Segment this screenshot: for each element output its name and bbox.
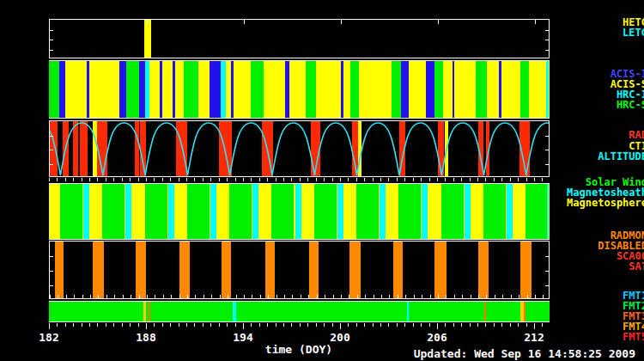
interval-instruments-hrc-s	[476, 61, 487, 118]
interval-radmon-radmon-disabled	[93, 242, 104, 298]
interval-solar-wind-regions-magnetosheath	[252, 184, 258, 239]
x-tick-minor	[470, 323, 471, 327]
interval-instruments-acis-i	[341, 61, 343, 118]
interval-radmon-radmon-disabled	[222, 242, 231, 298]
interval-radmon-radmon-disabled	[265, 242, 275, 298]
x-tick-minor	[534, 178, 535, 181]
interval-instruments-acis-i	[59, 61, 65, 118]
x-tick-minor	[477, 323, 478, 327]
x-tick-minor	[438, 295, 439, 298]
y-tick	[50, 285, 53, 286]
x-tick-minor	[324, 323, 325, 327]
interval-solar-wind-regions-magnetosheath	[83, 184, 89, 239]
x-tick-minor	[267, 178, 268, 181]
x-tick-minor	[307, 178, 308, 181]
x-tick-minor	[364, 178, 365, 181]
x-tick-minor	[122, 323, 123, 327]
x-tick-minor	[502, 295, 503, 298]
x-tick-minor	[518, 323, 519, 327]
x-tick-minor	[186, 178, 187, 181]
y-tick	[50, 256, 53, 257]
x-tick-minor	[179, 323, 179, 327]
interval-solar-wind-regions-solar-wind	[356, 184, 379, 239]
x-tick-minor	[316, 323, 317, 327]
interval-instruments-hrc-s	[520, 61, 529, 118]
x-tick-major	[534, 323, 535, 329]
x-tick-minor	[429, 323, 430, 327]
x-tick-major	[437, 323, 438, 329]
x-tick-minor	[356, 178, 357, 181]
x-tick-minor	[494, 323, 495, 327]
x-tick-minor	[65, 323, 66, 327]
x-tick-minor	[413, 178, 414, 181]
x-tick-minor	[82, 178, 82, 181]
x-tick-minor	[349, 295, 349, 298]
x-tick-minor	[461, 323, 462, 327]
x-tick-minor	[139, 295, 140, 298]
x-tick-minor	[477, 178, 478, 181]
x-tick-minor	[356, 323, 357, 327]
interval-instruments-acis-i	[160, 61, 162, 118]
x-tick-minor	[300, 323, 301, 327]
x-tick-minor	[49, 178, 50, 181]
x-tick-minor	[307, 323, 308, 327]
interval-instruments-acis-i	[139, 61, 145, 118]
updated-timestamp: Updated: Wed Sep 16 14:58:25 2009	[414, 348, 635, 359]
x-tick-minor	[518, 178, 519, 181]
y-tick	[50, 30, 53, 31]
x-tick-minor	[316, 178, 317, 181]
x-tick-major	[340, 323, 341, 329]
interval-radmon-radmon-disabled	[434, 242, 447, 298]
x-axis-tick-label: 188	[136, 332, 155, 343]
x-tick-minor	[106, 295, 107, 298]
label-altitude: ALTITUDE	[598, 151, 644, 162]
x-tick-minor	[404, 178, 405, 181]
x-tick-minor	[210, 178, 211, 181]
altitude-curve	[50, 121, 550, 176]
x-tick-minor	[301, 295, 301, 298]
x-tick-minor	[453, 178, 454, 181]
interval-radmon-radmon-disabled	[349, 242, 361, 298]
x-tick-minor	[251, 323, 252, 327]
y-tick	[50, 40, 53, 40]
x-tick-minor	[526, 178, 527, 181]
x-tick-minor	[220, 295, 221, 298]
interval-instruments-hrc-s	[126, 61, 139, 118]
interval-radmon-radmon-disabled	[55, 242, 64, 298]
x-tick-minor	[138, 323, 139, 327]
interval-solar-wind-regions-magnetosheath	[422, 184, 428, 239]
x-tick-minor	[97, 178, 98, 181]
x-tick-minor	[485, 178, 486, 181]
interval-solar-wind-regions-magnetosheath	[210, 184, 216, 239]
interval-fmt-fmt4	[143, 302, 146, 321]
x-tick-minor	[348, 178, 349, 181]
x-tick-minor	[162, 178, 163, 181]
interval-instruments-acis-i	[285, 61, 289, 118]
label-hrc-s: HRC-S	[617, 100, 644, 110]
x-tick-major	[147, 20, 148, 24]
y-tick	[50, 136, 53, 137]
interval-instruments-acis-i	[210, 61, 221, 118]
x-tick-minor	[113, 323, 114, 327]
x-tick-minor	[267, 323, 268, 327]
x-tick-minor	[381, 295, 382, 298]
x-tick-minor	[357, 295, 358, 298]
x-axis-title: time (DOY)	[265, 344, 332, 355]
altitude-curve-path	[50, 123, 550, 175]
x-tick-minor	[106, 178, 106, 181]
x-tick-minor	[195, 295, 196, 298]
interval-solar-wind-regions-solar-wind	[271, 184, 294, 239]
x-tick-minor	[397, 323, 398, 327]
interval-instruments-hrc-s	[434, 61, 443, 118]
x-tick-minor	[543, 295, 544, 298]
x-tick-minor	[437, 178, 438, 181]
x-tick-minor	[422, 295, 422, 298]
y-tick	[545, 164, 549, 165]
interval-solar-wind-regions-solar-wind	[526, 184, 548, 239]
x-tick-minor	[300, 178, 301, 181]
x-tick-minor	[268, 295, 269, 298]
x-tick-major	[243, 323, 244, 329]
interval-radmon-radmon-disabled	[136, 242, 146, 298]
y-tick	[545, 150, 549, 150]
x-tick-minor	[453, 323, 454, 327]
